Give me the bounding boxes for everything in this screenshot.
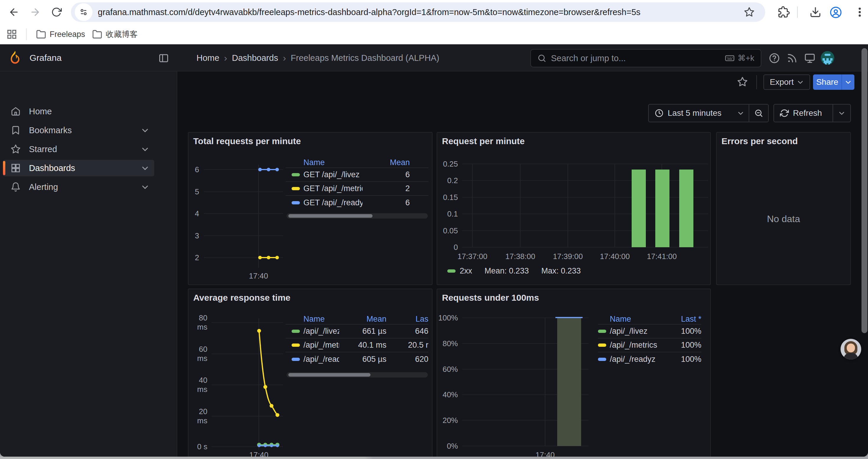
news-icon[interactable]: [786, 53, 798, 64]
legend-scrollbar[interactable]: [286, 372, 428, 378]
y-tick: 100%: [437, 314, 458, 323]
bookmark-folder-blogs[interactable]: 收藏博客: [92, 28, 138, 40]
legend-row[interactable]: GET /api/_/livez 6: [286, 168, 428, 182]
breadcrumb-dashboards[interactable]: Dashboards: [232, 53, 278, 63]
series-name: GET /api/_/metrics: [303, 184, 363, 193]
forward-icon[interactable]: [29, 6, 41, 18]
sidebar-item-dashboards[interactable]: Dashboards: [3, 160, 154, 176]
breadcrumb-home[interactable]: Home: [196, 53, 219, 63]
reload-icon[interactable]: [50, 6, 63, 18]
area-top-line: [555, 317, 583, 318]
gridline: [520, 164, 521, 247]
legend-row[interactable]: GET /api/_/readyz 6: [286, 196, 428, 210]
legend-header-name[interactable]: Name: [303, 158, 363, 167]
legend-row[interactable]: /api/_/readyz 100%: [598, 352, 701, 366]
legend-header-name[interactable]: Name: [303, 315, 339, 324]
panel-title[interactable]: Request per minute: [442, 136, 525, 146]
share-dropdown-button[interactable]: [841, 74, 855, 90]
legend-row[interactable]: /api/_/metrics 100%: [598, 338, 701, 352]
sidebar-item-alerting[interactable]: Alerting: [3, 179, 154, 195]
legend-inline[interactable]: 2xx Mean: 0.233 Max: 0.233: [447, 266, 581, 275]
chevron-down-icon[interactable]: [141, 164, 149, 172]
address-bar[interactable]: grafana.mathmast.com/d/deytv4rwavabkb/fr…: [71, 2, 765, 22]
url-text[interactable]: grafana.mathmast.com/d/deytv4rwavabkb/fr…: [98, 7, 742, 17]
legend-row[interactable]: /api/_/readyz 605 µs 620: [286, 352, 428, 366]
refresh-icon: [780, 109, 789, 118]
y-tick: 40%: [437, 390, 458, 399]
series-swatch-blue: [291, 201, 300, 204]
legend-row[interactable]: /api/_/livez 661 µs 646: [286, 325, 428, 338]
breadcrumb-current: Freeleaps Metrics Dashboard (ALPHA): [291, 53, 439, 63]
refresh-interval-dropdown[interactable]: [833, 104, 850, 122]
series-name: /api/_/metrics: [610, 340, 666, 350]
y-tick: 0: [437, 243, 458, 252]
bookmark-star-icon[interactable]: [744, 7, 754, 18]
grafana-header: Grafana Home › Dashboards › Freeleaps Me…: [0, 44, 868, 71]
sidebar-item-starred[interactable]: Starred: [3, 141, 154, 157]
gridline: [462, 247, 708, 248]
legend-header-last[interactable]: Las: [386, 315, 428, 324]
floating-avatar[interactable]: [840, 339, 861, 359]
chevron-down-icon[interactable]: [141, 145, 149, 153]
favorite-dashboard-icon[interactable]: [737, 76, 748, 87]
grafana-app: Grafana Home › Dashboards › Freeleaps Me…: [0, 44, 868, 457]
brand-name[interactable]: Grafana: [30, 53, 61, 63]
sidebar-item-label: Bookmarks: [29, 126, 72, 135]
search-input[interactable]: [551, 54, 725, 63]
legend-header-mean[interactable]: Mean: [339, 315, 386, 324]
keyboard-icon: [725, 53, 735, 63]
sidebar-item-bookmarks[interactable]: Bookmarks: [3, 122, 154, 138]
search-bar[interactable]: ⌘+k: [530, 49, 761, 67]
share-button[interactable]: Share: [813, 74, 841, 90]
bar-2xx: [632, 169, 646, 247]
user-avatar[interactable]: [821, 51, 834, 65]
panel-title[interactable]: Requests under 100ms: [442, 293, 539, 303]
legend-row[interactable]: /api/_/metrics 40.1 ms 20.5 r: [286, 338, 428, 352]
menu-icon[interactable]: [854, 6, 866, 18]
legend-scrollbar[interactable]: [286, 213, 428, 219]
y-tick: 0%: [437, 441, 458, 451]
toolbar-divider: [756, 75, 757, 89]
gridline: [462, 164, 708, 164]
apps-grid-icon[interactable]: [6, 28, 17, 40]
grafana-logo[interactable]: [8, 50, 23, 65]
time-range-picker[interactable]: Last 5 minutes: [649, 104, 749, 122]
sidebar-toggle-icon[interactable]: [158, 53, 169, 64]
chevron-down-icon[interactable]: [141, 183, 149, 191]
back-icon[interactable]: [8, 6, 20, 18]
site-settings-icon[interactable]: [75, 3, 92, 21]
x-tick: 17:40:00: [600, 252, 629, 261]
zoom-out-button[interactable]: [749, 104, 768, 122]
legend-scrollbar-thumb[interactable]: [288, 214, 373, 218]
refresh-button[interactable]: Refresh: [774, 104, 833, 122]
sidebar-item-label: Home: [29, 107, 52, 117]
legend-header-name[interactable]: Name: [610, 315, 666, 324]
bookmark-icon: [11, 125, 21, 135]
legend-row[interactable]: /api/_/livez 100%: [598, 325, 701, 338]
active-indicator: [3, 161, 5, 175]
series-mean: 661 µs: [339, 327, 386, 336]
series-last: 100%: [666, 355, 701, 364]
legend-header-last[interactable]: Last *: [666, 315, 701, 324]
series-name: /api/_/readyz: [303, 355, 339, 364]
vertical-scrollbar-thumb[interactable]: [862, 48, 867, 333]
legend-scrollbar-thumb[interactable]: [288, 373, 370, 376]
panel-title[interactable]: Errors per second: [721, 136, 798, 146]
help-icon[interactable]: [769, 53, 780, 64]
sidebar-item-home[interactable]: Home: [3, 103, 154, 120]
legend-row[interactable]: GET /api/_/metrics 2: [286, 182, 428, 196]
gridline: [462, 197, 708, 198]
legend-header-mean[interactable]: Mean: [363, 158, 410, 167]
sidebar: Home Bookmarks Starred Dashboards Alerti: [0, 71, 177, 457]
export-button[interactable]: Export: [764, 74, 810, 90]
bookmark-folder-freeleaps[interactable]: Freeleaps: [36, 28, 85, 40]
extensions-icon[interactable]: [778, 6, 790, 18]
horizontal-scrollbar[interactable]: [0, 457, 868, 459]
series-swatch-yellow: [291, 343, 300, 347]
series-swatch-green: [447, 269, 456, 273]
chevron-down-icon[interactable]: [141, 126, 149, 134]
profile-icon[interactable]: [830, 6, 842, 19]
downloads-icon[interactable]: [809, 6, 821, 18]
monitor-icon[interactable]: [804, 53, 815, 64]
y-tick: 0.15: [437, 193, 458, 202]
